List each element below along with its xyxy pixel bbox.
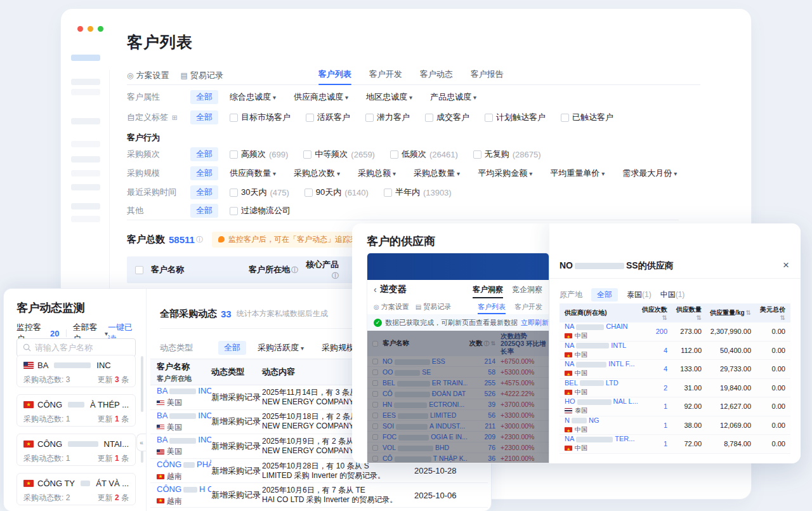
supplier-name-link[interactable]: NNG	[565, 416, 638, 424]
filter-all-chip[interactable]: 全部	[190, 147, 218, 161]
tab-customer-development[interactable]: 客户开发	[514, 302, 542, 312]
supplier-name-link[interactable]: NACHAIN	[565, 322, 638, 330]
tab-customer-report[interactable]: 客户报告	[462, 66, 513, 85]
supplier-name-link[interactable]: NAINTL	[565, 342, 638, 349]
close-traffic-light-icon[interactable]	[77, 26, 83, 32]
scrollbar-thumb[interactable]	[141, 356, 143, 412]
checkbox-filter-logistics[interactable]: 过滤物流公司	[230, 205, 291, 216]
monitored-customer-card[interactable]: CÔNG TYÁT VÀ ... 采购动态数: 2更新 2 条	[16, 473, 136, 505]
info-icon[interactable]: ⓘ	[332, 272, 339, 279]
checkbox[interactable]	[425, 114, 433, 122]
filter-all-chip[interactable]: 全部	[218, 341, 246, 355]
select-all-checkbox[interactable]	[135, 266, 143, 274]
collapse-list-button[interactable]: «	[136, 434, 146, 451]
supplier-name-link[interactable]: NATER...	[565, 435, 638, 442]
customer-search-box[interactable]	[16, 338, 136, 357]
supplier-row[interactable]: NAINTL中国 4112.0050,400.000.00	[560, 342, 790, 361]
monitored-customer-card[interactable]: CÔNGNTAI... 采购动态数: 1更新 1 条	[16, 434, 136, 466]
checkbox[interactable]	[365, 114, 374, 122]
dropdown-overall-loyalty[interactable]: 综合忠诚度▾	[230, 91, 276, 103]
dynamics-row[interactable]: CÔNGH C...越南 新增采购记录 2025年10月6日，有 7 条从 TE…	[150, 483, 488, 508]
checkbox[interactable]	[304, 189, 313, 197]
checkbox[interactable]	[230, 114, 238, 122]
filter-all-chip[interactable]: 全部	[190, 166, 218, 180]
dropdown-total-qty[interactable]: 采购总数量▾	[414, 168, 460, 179]
dropdown-supplier-count[interactable]: 供应商数量▾	[230, 168, 276, 179]
plan-settings-button[interactable]: ◎方案设置	[374, 302, 409, 312]
dropdown-region-loyalty[interactable]: 地区忠诚度▾	[366, 91, 412, 103]
monitored-customer-card[interactable]: CÔNGÀ THÉP ... 采购动态数: 1更新 1 条	[16, 394, 136, 427]
checkbox-no-repeat[interactable]: 无复购(28675)	[473, 149, 541, 160]
plan-settings-button[interactable]: ◎方案设置	[127, 70, 169, 81]
checkbox[interactable]	[384, 189, 392, 197]
filter-all-chip[interactable]: 全部	[190, 110, 218, 124]
checkbox[interactable]	[306, 114, 314, 122]
dropdown-supplier-loyalty[interactable]: 供应商忠诚度▾	[294, 91, 348, 103]
refresh-now-link[interactable]: 立即刷新	[521, 318, 549, 328]
checkbox[interactable]	[390, 150, 398, 159]
customer-name-link[interactable]: BAINC	[157, 435, 211, 444]
sort-icon[interactable]: ⇅	[780, 314, 785, 321]
checkbox[interactable]	[485, 114, 493, 122]
checkbox-planned-reach[interactable]: 计划触达客户	[485, 112, 546, 123]
supplier-name-link[interactable]: NAINTL F...	[565, 360, 638, 368]
checkbox[interactable]	[230, 207, 238, 215]
customer-name-link[interactable]: BAINC	[157, 386, 211, 395]
origin-thailand[interactable]: 泰国(1)	[627, 289, 652, 300]
close-icon[interactable]: ×	[783, 259, 789, 272]
supplier-row[interactable]: HONAL L...泰国 192.0012,627.000.00	[560, 397, 790, 416]
info-icon[interactable]: ⓘ	[291, 266, 298, 274]
filter-all-chip[interactable]: 全部	[190, 204, 218, 218]
minimize-traffic-light-icon[interactable]	[88, 26, 93, 32]
back-icon[interactable]: ‹	[374, 284, 377, 295]
checkbox-90-days[interactable]: 90天内(6140)	[304, 187, 369, 198]
trade-records-button[interactable]: ▤贸易记录	[180, 70, 223, 81]
dropdown-peak-month[interactable]: 需求最大月份▾	[622, 168, 677, 179]
checkbox[interactable]	[561, 114, 569, 122]
checkbox[interactable]	[230, 189, 238, 197]
dropdown-total-amount[interactable]: 采购总额▾	[358, 168, 396, 179]
checkbox-target-market[interactable]: 目标市场客户	[230, 112, 291, 123]
origin-all-chip[interactable]: 全部	[591, 288, 618, 302]
sort-icon[interactable]: ⇅	[662, 314, 667, 321]
supplier-name-link[interactable]: HONAL L...	[565, 397, 638, 405]
supplier-row[interactable]: NACHAIN中国 200273.002,307,990.000.00	[560, 322, 790, 342]
dropdown-avg-amount[interactable]: 平均采购金额▾	[478, 168, 532, 179]
tab-competitor-insight[interactable]: 竞企洞察	[512, 284, 542, 295]
sort-icon[interactable]: ⇅	[746, 309, 751, 316]
dropdown-purchase-activity[interactable]: 采购活跃度▾	[258, 342, 304, 354]
supplier-row[interactable]: BELLTD中国 231.0019,840.000.00	[560, 379, 790, 398]
supplier-row[interactable]: NAINTL F...中国 4133.0029,733.000.00	[560, 360, 790, 379]
monitored-customer-card[interactable]: BAINC 采购动态数: 3更新 3 条	[16, 355, 136, 387]
supplier-name-link[interactable]: BELLTD	[565, 379, 638, 387]
tab-customer-list[interactable]: 客户列表	[310, 66, 360, 85]
checkbox-low-freq[interactable]: 低频次(26461)	[390, 149, 458, 160]
customer-name-link[interactable]: CÔNGH C...	[157, 484, 211, 494]
customer-name-link[interactable]: CÔNGPHÀ...	[157, 460, 211, 469]
supplier-row[interactable]: NNG中国 138.0012,069.000.00	[560, 416, 790, 435]
customer-name-link[interactable]: BAINC	[157, 411, 211, 420]
checkbox-active-customer[interactable]: 活跃客户	[306, 112, 350, 123]
checkbox-half-year[interactable]: 半年内(13903)	[384, 187, 452, 198]
dropdown-avg-unit-price[interactable]: 平均重量单价▾	[550, 168, 605, 179]
checkbox[interactable]	[230, 150, 238, 159]
dropdown-product-loyalty[interactable]: 产品忠诚度▾	[430, 91, 476, 103]
tab-customer-insight[interactable]: 客户洞察	[473, 284, 503, 295]
tab-customer-dynamics[interactable]: 客户动态	[411, 66, 462, 85]
tab-customer-development[interactable]: 客户开发	[360, 66, 411, 85]
checkbox-30-days[interactable]: 30天内(475)	[230, 187, 289, 198]
dropdown-total-times[interactable]: 采购总次数▾	[294, 168, 340, 179]
filter-all-chip[interactable]: 全部	[190, 90, 218, 104]
filter-all-chip[interactable]: 全部	[190, 185, 218, 199]
checkbox[interactable]	[303, 150, 311, 159]
search-input[interactable]	[35, 343, 124, 352]
tab-customer-list[interactable]: 客户列表	[478, 302, 506, 312]
origin-china[interactable]: 中国(1)	[660, 289, 685, 300]
manage-tags-icon[interactable]: ⊞	[172, 114, 178, 121]
checkbox-high-freq[interactable]: 高频次(699)	[230, 149, 288, 160]
info-icon[interactable]: ⓘ	[196, 235, 203, 244]
checkbox-reached[interactable]: 已触达客户	[561, 112, 613, 123]
supplier-row[interactable]: NATER...中国 172.008,784.000.00	[560, 435, 790, 454]
checkbox-potential-customer[interactable]: 潜力客户	[365, 112, 410, 123]
sort-icon[interactable]: ⇅	[697, 314, 702, 321]
